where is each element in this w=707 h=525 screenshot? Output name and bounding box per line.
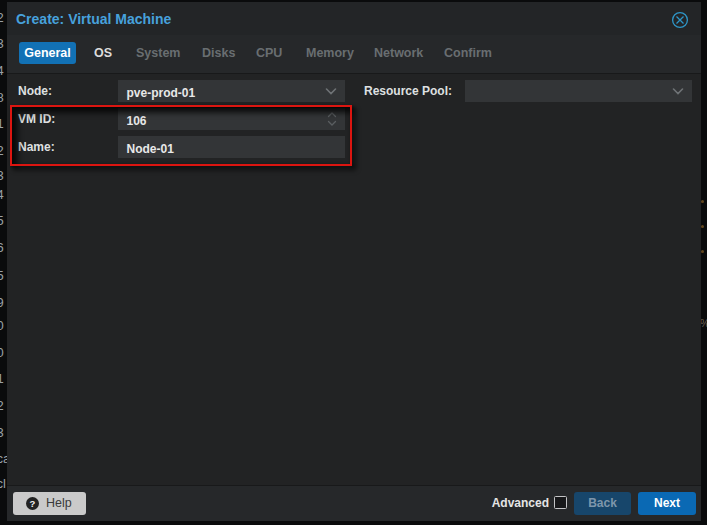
svg-text:?: ? <box>30 498 36 509</box>
